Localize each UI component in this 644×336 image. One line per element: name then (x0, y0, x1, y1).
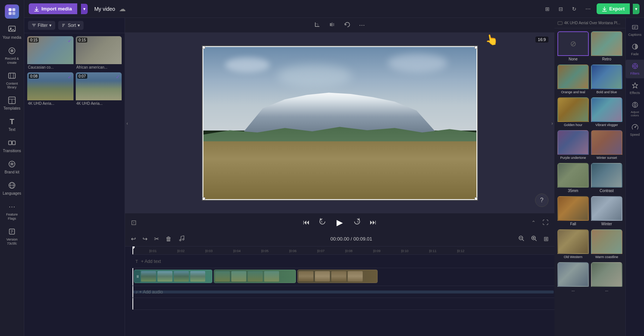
undo-canvas-button[interactable] (341, 20, 353, 31)
help-button[interactable]: ? (535, 194, 548, 207)
skip-back-button[interactable]: ⏮ (301, 217, 311, 228)
right-sidebar-filters[interactable]: Filters (626, 60, 644, 78)
media-item-2[interactable]: 0:15 African american... (76, 36, 122, 70)
video-canvas (202, 45, 478, 201)
add-text-button[interactable]: T + Add text (132, 259, 164, 264)
sidebar-item-feature-flags[interactable]: ⋯ Feature Flags (0, 199, 24, 224)
filter-vibrant-vlogger[interactable]: Vibrant vlogger (591, 97, 622, 128)
app-logo[interactable] (5, 4, 19, 19)
right-sidebar-captions[interactable]: Captions (626, 21, 644, 40)
timeline-music-button[interactable] (177, 234, 186, 244)
right-sidebar-speed[interactable]: Speed (626, 121, 644, 139)
timeline-undo-button[interactable]: ↩ (129, 234, 137, 244)
more-options-button[interactable]: ⋯ (582, 4, 594, 13)
filter-golden-hour[interactable]: Golden hour (557, 97, 589, 128)
filter-contrast[interactable]: Contrast (591, 163, 622, 194)
media-label-1: Caucasian co... (27, 64, 74, 70)
sidebar-item-text[interactable]: T Text (0, 114, 24, 135)
clip-1[interactable]: ⏸ (134, 270, 212, 283)
filter-retro[interactable]: Retro (591, 31, 622, 62)
filter-thumb-35mm (557, 163, 589, 188)
export-button[interactable]: Export (597, 3, 630, 14)
import-media-button[interactable]: Import media (29, 3, 77, 14)
filters-icon (632, 63, 638, 71)
filter-winter[interactable]: Winter (591, 196, 622, 227)
effects-label: Effects (630, 91, 640, 95)
rotate-tool-button[interactable]: ↻ (569, 4, 579, 13)
timeline-redo-button[interactable]: ↪ (141, 234, 149, 244)
export-dropdown-button[interactable]: ▾ (633, 4, 640, 14)
sidebar-label-content: Content library (6, 82, 18, 90)
left-sidebar: Your media Record & create Content libra… (0, 0, 24, 336)
timeline-delete-button[interactable]: 🗑 (164, 234, 173, 244)
forward-5s-button[interactable]: 5 (352, 216, 362, 229)
sidebar-label-transitions: Transitions (3, 149, 21, 153)
filter-label-golden: Golden hour (557, 122, 589, 128)
sidebar-item-transitions[interactable]: Transitions (0, 135, 24, 156)
filter-label-35mm: 35mm (557, 188, 589, 194)
filter-thumb-winter (591, 196, 622, 221)
svg-point-7 (10, 49, 13, 52)
crop-tool-button[interactable]: ⊞ (542, 4, 553, 13)
more-canvas-button[interactable]: ⋯ (356, 20, 369, 30)
play-button[interactable]: ▶ (334, 216, 346, 229)
sidebar-item-templates[interactable]: Templates (0, 92, 24, 114)
playhead-video-track (132, 268, 133, 286)
media-item-4[interactable]: 0:07 ✓ 4K UHD Aeria... (76, 72, 122, 106)
import-media-dropdown-button[interactable]: ▾ (81, 4, 88, 14)
right-sidebar-icons: Captions Fade (625, 18, 644, 336)
skip-forward-button[interactable]: ⏭ (368, 217, 378, 228)
zoom-in-button[interactable] (529, 234, 538, 244)
crop-canvas-button[interactable] (311, 20, 323, 31)
sidebar-item-brand-kit[interactable]: Brand kit (0, 156, 24, 178)
svg-rect-3 (12, 12, 15, 15)
filter-35mm[interactable]: 35mm (557, 163, 589, 194)
sidebar-item-record-create[interactable]: Record & create (0, 43, 24, 68)
check-icon-1: ✓ (68, 38, 72, 44)
adjust-colors-label: Adjust colors (631, 110, 639, 117)
media-item-1[interactable]: 0:15 ✓ Caucasian co... (27, 36, 74, 70)
clip-2[interactable] (214, 270, 296, 283)
cloud-3 (277, 65, 352, 87)
record-icon (7, 46, 17, 56)
filter-orange-teal[interactable]: Orange and teal (557, 65, 589, 95)
chevron-up-button[interactable]: ⌃ (531, 219, 536, 226)
filter-warm-coastline[interactable]: Warm coastline (591, 229, 622, 260)
sidebar-item-your-media[interactable]: Your media (0, 22, 24, 43)
filter-none[interactable]: ⊘ None (557, 31, 589, 62)
fullscreen-button[interactable]: ⛶ (543, 219, 548, 226)
zoom-out-button[interactable] (517, 234, 526, 244)
filter-winter-sunset[interactable]: Winter sunset (591, 130, 622, 161)
sidebar-item-content-library[interactable]: Content library (0, 68, 24, 93)
fit-timeline-button[interactable]: ⊞ (542, 234, 550, 244)
sidebar-item-version[interactable]: Version 73c5fc (0, 224, 24, 249)
right-sidebar-adjust-colors[interactable]: Adjust colors (626, 98, 644, 120)
collapse-panel-button[interactable]: ‹ (125, 117, 129, 129)
flip-tool-button[interactable]: ⊟ (556, 4, 566, 13)
filter-old-western[interactable]: Old Western (557, 229, 589, 260)
right-sidebar-fade[interactable]: Fade (626, 40, 644, 59)
expand-right-panel-button[interactable]: › (550, 117, 554, 129)
svg-text:5: 5 (357, 220, 359, 223)
clip-3[interactable] (297, 270, 378, 283)
project-name[interactable]: My video (94, 6, 115, 12)
filter-button[interactable]: Filter ▾ (28, 21, 55, 30)
text-icon: T (7, 117, 17, 126)
filter-fall[interactable]: Fall (557, 196, 589, 227)
timeline-cut-button[interactable]: ✂ (153, 234, 160, 244)
sidebar-item-languages[interactable]: Languages (0, 178, 24, 199)
media-item-3[interactable]: 0:08 ✓ 4K UHD Aeria... (27, 72, 74, 106)
svg-line-45 (181, 236, 184, 236)
flip-canvas-button[interactable] (326, 20, 338, 31)
filter-extra1[interactable]: ... (557, 262, 589, 293)
svg-line-52 (535, 239, 537, 241)
filter-bold-blue[interactable]: Bold and blue (591, 65, 622, 95)
rewind-5s-button[interactable]: 5 (317, 216, 328, 229)
filter-extra2[interactable]: ... (591, 262, 622, 293)
sidebar-label-languages: Languages (3, 191, 21, 196)
playhead-audio-track (132, 286, 133, 298)
canvas-wrapper: 16:9 ‹ › (125, 33, 554, 213)
right-sidebar-effects[interactable]: Effects (626, 79, 644, 98)
sort-button[interactable]: Sort ▾ (58, 21, 84, 30)
filter-purple-undertone[interactable]: Purple undertone (557, 130, 589, 161)
